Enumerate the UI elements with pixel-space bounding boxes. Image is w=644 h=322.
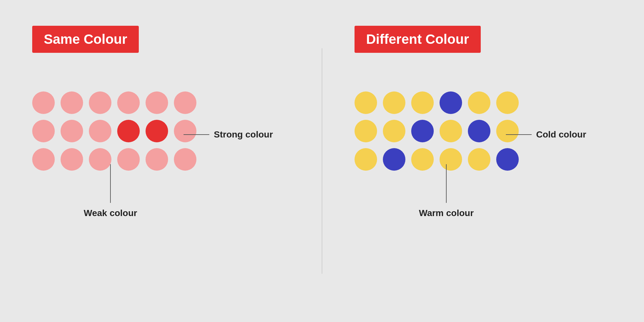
same-colour-title: Same Colour (32, 26, 139, 53)
different-colour-title: Different Colour (355, 26, 481, 53)
dot (355, 91, 377, 114)
dot-row (32, 91, 289, 114)
dot-row (32, 148, 289, 171)
weak-line-v (110, 164, 111, 203)
dot (174, 148, 196, 171)
dot (355, 148, 377, 171)
left-panel: Same Colour (0, 0, 322, 322)
dot-cold (411, 120, 434, 142)
cold-annotation: Cold colour (506, 129, 586, 140)
strong-annotation: Strong colour (184, 129, 273, 140)
dot (117, 91, 140, 114)
dot (146, 91, 168, 114)
dot (411, 91, 434, 114)
right-panel: Different Colour (322, 0, 644, 322)
dot (496, 91, 519, 114)
dot (146, 148, 168, 171)
dot (468, 91, 490, 114)
dot (89, 120, 111, 142)
dot-cold (496, 148, 519, 171)
warm-label: Warm colour (419, 208, 474, 218)
main-container: Same Colour (0, 0, 644, 322)
dot (440, 120, 462, 142)
dot (61, 120, 83, 142)
dot-row (355, 91, 612, 114)
warm-line-v (446, 164, 447, 203)
dot-strong (117, 120, 140, 142)
weak-label: Weak colour (84, 208, 137, 218)
dot (355, 120, 377, 142)
dot (32, 148, 55, 171)
cold-line-h (506, 134, 532, 135)
dot (383, 91, 405, 114)
right-dots-area: Cold colour Warm colour (355, 91, 612, 171)
dot (89, 91, 111, 114)
strong-label: Strong colour (214, 129, 273, 140)
strong-line-h (184, 134, 209, 135)
left-dots-area: Strong colour Weak colour (32, 91, 289, 171)
dot-cold (468, 120, 490, 142)
dot (383, 120, 405, 142)
dot-strong (146, 120, 168, 142)
dot (174, 91, 196, 114)
dot (61, 148, 83, 171)
warm-annotation: Warm colour (419, 164, 474, 218)
dot-cold (440, 91, 462, 114)
weak-annotation: Weak colour (84, 164, 137, 218)
cold-label: Cold colour (536, 129, 586, 140)
dot-row (355, 148, 612, 171)
dot-cold (383, 148, 405, 171)
dot (32, 120, 55, 142)
dot (61, 91, 83, 114)
dot (32, 91, 55, 114)
